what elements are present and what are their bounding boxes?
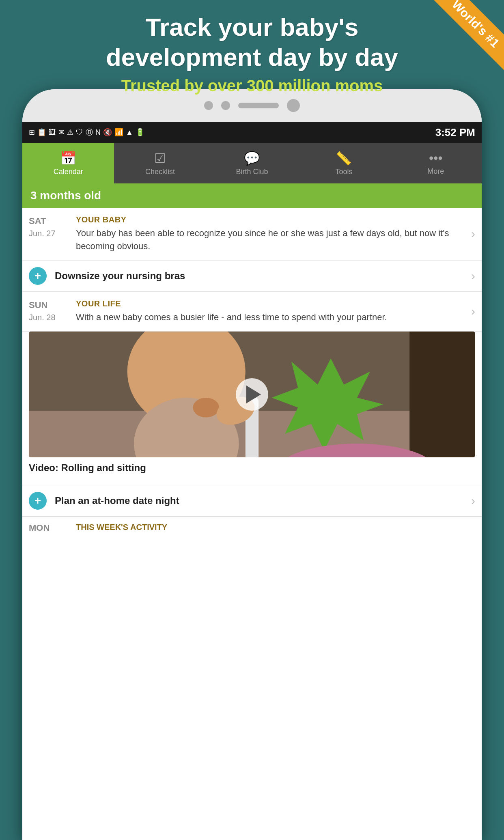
nfc-icon: N (95, 128, 101, 137)
chevron-entry2: › (471, 304, 475, 318)
b-icon: Ⓑ (86, 127, 93, 137)
date-sat: SAT Jun. 27 (29, 215, 69, 239)
chevron-entry1: › (471, 227, 475, 241)
content-area: SAT Jun. 27 YOUR BABY Your baby has been… (22, 208, 482, 539)
phone-screen: ⊞ 📋 🖼 ✉ ⚠ 🛡 Ⓑ N 🔇 📶 ▲ 🔋 3:52 PM 📅 Calend… (22, 122, 482, 840)
wifi-icon: 📶 (114, 128, 123, 137)
category-your-life: YOUR LIFE (76, 299, 467, 308)
image-icon: 🖼 (49, 128, 56, 137)
date-jun27: Jun. 27 (29, 228, 69, 239)
tab-calendar[interactable]: 📅 Calendar (22, 143, 114, 183)
header-title-line2: development day by day (106, 43, 398, 71)
phone-pill (238, 103, 279, 108)
tools-icon: 📏 (336, 151, 352, 166)
tab-more-label: More (427, 167, 444, 176)
status-icons-left: ⊞ 📋 🖼 ✉ ⚠ 🛡 Ⓑ N 🔇 📶 ▲ 🔋 (29, 127, 144, 137)
tab-more[interactable]: ••• More (390, 143, 482, 183)
plus-row-date-night[interactable]: + Plan an at-home date night › (22, 485, 482, 517)
warning-icon: ⚠ (67, 128, 73, 137)
day-sat: SAT (29, 215, 69, 228)
tab-birth-club[interactable]: 💬 Birth Club (206, 143, 298, 183)
worlds-badge-container: World's #1 (415, 0, 504, 89)
entry-life-text: With a new baby comes a busier life - an… (76, 311, 467, 324)
day-mon: MON (29, 523, 69, 533)
plus-label-nursing: Downsize your nursing bras (55, 270, 459, 282)
phone-dot-large (287, 99, 300, 112)
date-jun28: Jun. 28 (29, 312, 69, 323)
date-sun: SUN Jun. 28 (29, 299, 69, 323)
category-your-baby: YOUR BABY (76, 215, 467, 224)
email-icon: ✉ (58, 128, 65, 137)
entry-baby-content: YOUR BABY Your baby has been able to rec… (76, 215, 467, 253)
phone-dot-2 (221, 101, 230, 110)
plus-label-date-night: Plan an at-home date night (55, 495, 459, 506)
status-time: 3:52 PM (435, 126, 475, 139)
calendar-icon: 📅 (60, 151, 76, 166)
header-title-line1: Track your baby's (146, 13, 359, 41)
plus-row-nursing[interactable]: + Downsize your nursing bras › (22, 261, 482, 292)
svg-rect-8 (409, 332, 475, 457)
mute-icon: 🔇 (103, 128, 112, 137)
category-week-activity: THIS WEEK'S ACTIVITY (76, 523, 167, 532)
tab-checklist-label: Checklist (145, 168, 175, 176)
entry-sat-jun27[interactable]: SAT Jun. 27 YOUR BABY Your baby has been… (22, 208, 482, 261)
entry-mon: MON THIS WEEK'S ACTIVITY (22, 517, 482, 539)
entry-life-content: YOUR LIFE With a new baby comes a busier… (76, 299, 467, 324)
worlds-badge: World's #1 (429, 0, 504, 70)
video-section[interactable]: babycenter Video: Rolling and sitting (22, 332, 482, 485)
tab-tools-label: Tools (335, 168, 352, 176)
video-thumbnail[interactable]: babycenter (29, 332, 475, 457)
chevron-nursing: › (471, 269, 475, 283)
age-banner-text: 3 months old (30, 189, 101, 202)
date-mon: MON (29, 523, 69, 533)
tab-tools[interactable]: 📏 Tools (298, 143, 390, 183)
day-sun: SUN (29, 299, 69, 312)
status-bar: ⊞ 📋 🖼 ✉ ⚠ 🛡 Ⓑ N 🔇 📶 ▲ 🔋 3:52 PM (22, 122, 482, 143)
shield-icon: 🛡 (76, 128, 83, 137)
age-banner: 3 months old (22, 183, 482, 208)
play-button[interactable] (236, 378, 268, 411)
entry-sun-jun28[interactable]: SUN Jun. 28 YOUR LIFE With a new baby co… (22, 292, 482, 332)
tab-birth-club-label: Birth Club (236, 168, 268, 176)
signal-icon: ▲ (126, 128, 133, 137)
checklist-icon: ☑ (154, 151, 166, 166)
entry-baby-text: Your baby has been able to recognize you… (76, 227, 467, 253)
play-triangle-icon (246, 386, 261, 403)
video-title: Video: Rolling and sitting (22, 462, 482, 479)
plus-icon-nursing: + (29, 267, 47, 285)
phone-frame: ⊞ 📋 🖼 ✉ ⚠ 🛡 Ⓑ N 🔇 📶 ▲ 🔋 3:52 PM 📅 Calend… (22, 89, 482, 840)
tab-checklist[interactable]: ☑ Checklist (114, 143, 206, 183)
note-icon: 📋 (37, 128, 46, 137)
add-icon: ⊞ (29, 128, 35, 137)
chevron-date-night: › (471, 494, 475, 508)
more-icon: ••• (429, 151, 443, 166)
tab-calendar-label: Calendar (54, 168, 83, 176)
nav-tabs: 📅 Calendar ☑ Checklist 💬 Birth Club 📏 To… (22, 143, 482, 183)
baby-scene: babycenter (29, 332, 475, 457)
plus-icon-date-night: + (29, 492, 47, 510)
phone-dot-1 (204, 101, 213, 110)
birth-club-icon: 💬 (244, 151, 260, 166)
svg-point-6 (193, 398, 219, 418)
battery-icon: 🔋 (136, 128, 144, 137)
